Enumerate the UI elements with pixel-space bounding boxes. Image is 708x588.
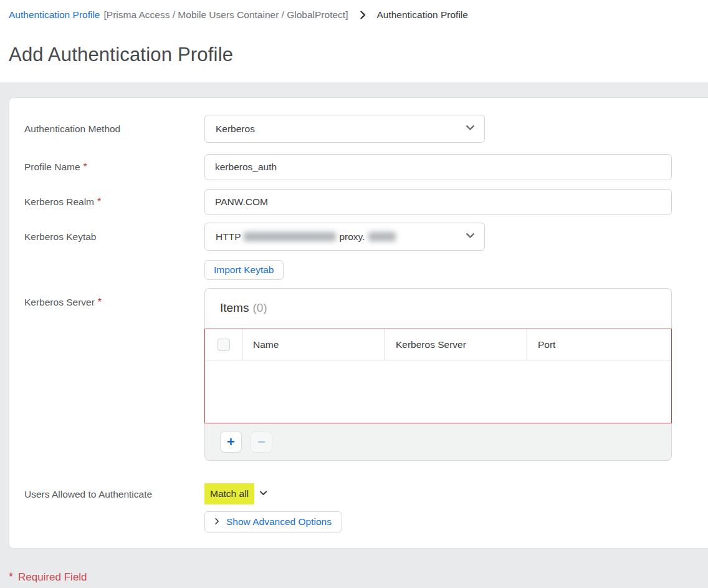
kerberos-realm-label-text: Kerberos Realm bbox=[24, 196, 94, 207]
profile-name-label-text: Profile Name bbox=[24, 161, 80, 172]
kerberos-server-label-text: Kerberos Server bbox=[24, 297, 95, 307]
redacted-text bbox=[244, 232, 336, 241]
select-all-checkbox[interactable] bbox=[218, 339, 230, 351]
users-allowed-value: Match all bbox=[204, 483, 254, 504]
items-label: Items bbox=[220, 301, 249, 314]
breadcrumb: Authentication Profile [Prisma Access / … bbox=[9, 7, 708, 22]
users-allowed-dropdown[interactable]: Match all bbox=[204, 483, 268, 504]
kerberos-server-label: Kerberos Server* bbox=[24, 288, 204, 309]
authentication-method-select[interactable]: Kerberos bbox=[204, 115, 485, 143]
show-advanced-options-label: Show Advanced Options bbox=[226, 516, 332, 528]
page-title: Add Authentication Profile bbox=[9, 44, 708, 66]
redacted-text bbox=[368, 232, 396, 241]
authentication-method-value: Kerberos bbox=[216, 123, 255, 135]
chevron-down-icon bbox=[465, 230, 476, 243]
page-header: Authentication Profile [Prisma Access / … bbox=[0, 0, 708, 82]
required-asterisk: * bbox=[84, 161, 87, 172]
table-body-empty bbox=[205, 360, 671, 423]
chevron-right-icon bbox=[358, 10, 368, 20]
kerberos-server-table: Name Kerberos Server Port bbox=[204, 329, 672, 423]
authentication-method-label: Authentication Method bbox=[24, 123, 204, 135]
row-kerberos-keytab: Kerberos Keytab HTTP proxy. Import Keyta… bbox=[24, 223, 708, 280]
table-header-row: Name Kerberos Server Port bbox=[205, 329, 671, 360]
kerberos-realm-input[interactable] bbox=[204, 189, 672, 215]
required-asterisk: * bbox=[98, 297, 102, 307]
breadcrumb-link-authentication-profile[interactable]: Authentication Profile bbox=[9, 9, 100, 21]
kerberos-realm-label: Kerberos Realm* bbox=[24, 196, 204, 208]
profile-name-label: Profile Name* bbox=[24, 161, 204, 173]
kerberos-keytab-label: Kerberos Keytab bbox=[24, 223, 204, 243]
kerberos-server-items-widget: Items(0) Name Kerberos Server Port + bbox=[204, 288, 672, 461]
chevron-down-icon bbox=[465, 122, 476, 135]
required-asterisk: * bbox=[9, 571, 13, 584]
chevron-right-icon bbox=[213, 518, 221, 527]
chevron-down-icon bbox=[259, 488, 268, 500]
page-body: Authentication Method Kerberos Profile N… bbox=[0, 82, 708, 588]
auth-profile-form-card: Authentication Method Kerberos Profile N… bbox=[9, 97, 708, 549]
row-profile-name: Profile Name* bbox=[24, 154, 708, 180]
column-header-port: Port bbox=[527, 329, 671, 360]
required-field-note: * Required Field bbox=[9, 571, 708, 584]
kerberos-keytab-value-prefix: HTTP bbox=[216, 231, 241, 243]
users-allowed-label: Users Allowed to Authenticate bbox=[24, 483, 204, 501]
import-keytab-button[interactable]: Import Keytab bbox=[204, 260, 284, 280]
add-row-button[interactable]: + bbox=[220, 431, 242, 453]
profile-name-input[interactable] bbox=[204, 154, 672, 180]
kerberos-keytab-select[interactable]: HTTP proxy. bbox=[204, 223, 485, 251]
row-authentication-method: Authentication Method Kerberos bbox=[24, 115, 708, 143]
breadcrumb-current: Authentication Profile bbox=[376, 9, 467, 21]
kerberos-keytab-value-middle: proxy. bbox=[339, 231, 365, 243]
row-kerberos-realm: Kerberos Realm* bbox=[24, 189, 708, 215]
breadcrumb-context: [Prisma Access / Mobile Users Container … bbox=[103, 9, 348, 21]
row-users-allowed: Users Allowed to Authenticate Match all … bbox=[24, 483, 708, 533]
column-header-name: Name bbox=[242, 329, 385, 360]
items-footer: + − bbox=[204, 423, 672, 461]
items-header: Items(0) bbox=[204, 288, 672, 329]
required-note-text: Required Field bbox=[18, 571, 87, 584]
remove-row-button[interactable]: − bbox=[251, 431, 272, 453]
required-asterisk: * bbox=[97, 196, 101, 207]
column-header-kerberos-server: Kerberos Server bbox=[385, 329, 527, 360]
show-advanced-options-button[interactable]: Show Advanced Options bbox=[204, 511, 342, 533]
row-kerberos-server: Kerberos Server* Items(0) Name Kerberos … bbox=[24, 288, 708, 461]
table-header-checkbox-cell bbox=[205, 329, 242, 360]
items-count: (0) bbox=[252, 301, 267, 314]
